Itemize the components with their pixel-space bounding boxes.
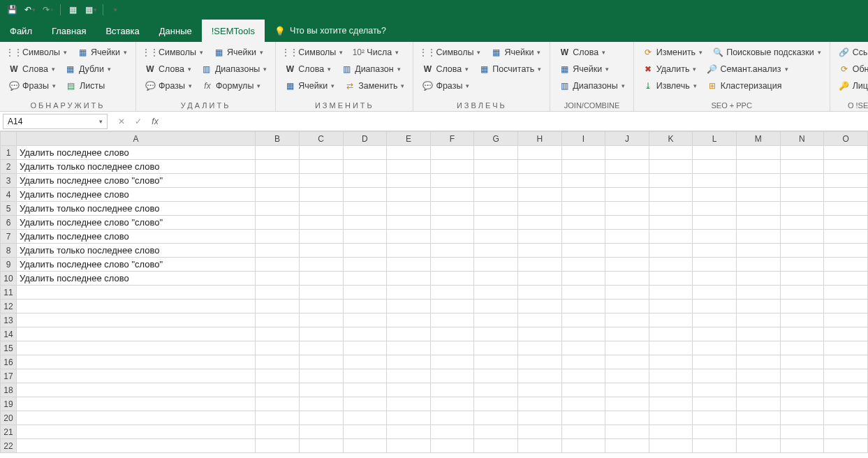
column-header[interactable]: H	[517, 132, 561, 146]
cell[interactable]	[693, 369, 737, 383]
cell[interactable]	[780, 341, 824, 355]
seo-cluster-button[interactable]: ⊞Кластеризация	[704, 78, 785, 94]
delete-ranges-button[interactable]: ▥Диапазоны▾	[198, 61, 270, 77]
cell[interactable]	[430, 286, 474, 300]
cell[interactable]	[16, 397, 255, 411]
cell[interactable]	[693, 174, 737, 188]
cell[interactable]	[649, 230, 693, 244]
cell[interactable]	[824, 202, 868, 216]
cell[interactable]	[824, 286, 868, 300]
cell[interactable]	[561, 258, 605, 272]
cell[interactable]	[693, 341, 737, 355]
cell[interactable]	[299, 355, 343, 369]
cell[interactable]	[474, 216, 518, 230]
cell[interactable]	[693, 411, 737, 425]
cell[interactable]	[343, 397, 387, 411]
cell[interactable]	[561, 146, 605, 160]
cell[interactable]	[693, 313, 737, 327]
cell[interactable]	[780, 397, 824, 411]
cell[interactable]	[474, 258, 518, 272]
cell[interactable]	[387, 383, 431, 397]
column-header[interactable]: L	[693, 132, 737, 146]
cell[interactable]	[605, 327, 649, 341]
cell[interactable]	[736, 202, 780, 216]
cell[interactable]	[299, 397, 343, 411]
cell[interactable]	[605, 355, 649, 369]
column-header[interactable]: M	[736, 132, 780, 146]
cell[interactable]	[387, 327, 431, 341]
cell[interactable]	[605, 397, 649, 411]
cell[interactable]	[387, 286, 431, 300]
cell[interactable]	[430, 188, 474, 202]
cell[interactable]	[561, 202, 605, 216]
cell[interactable]	[299, 425, 343, 439]
cell[interactable]	[605, 341, 649, 355]
cell[interactable]	[430, 300, 474, 313]
cell[interactable]	[693, 160, 737, 174]
row-header[interactable]: 11	[1, 286, 17, 300]
cell[interactable]	[649, 216, 693, 230]
tab-insert[interactable]: Вставка	[96, 20, 149, 42]
cell[interactable]	[430, 439, 474, 453]
cell[interactable]	[561, 369, 605, 383]
cell[interactable]	[517, 174, 561, 188]
cell[interactable]	[474, 327, 518, 341]
cell[interactable]	[256, 202, 300, 216]
cell[interactable]	[693, 216, 737, 230]
cell[interactable]	[430, 160, 474, 174]
cell[interactable]	[299, 174, 343, 188]
cell[interactable]	[16, 327, 255, 341]
cell[interactable]	[824, 230, 868, 244]
cell[interactable]	[693, 383, 737, 397]
extract-cells-button[interactable]: ▦Ячейки▾	[487, 45, 543, 60]
row-header[interactable]: 15	[1, 341, 17, 355]
tell-me-search[interactable]: 💡 Что вы хотите сделать?	[265, 20, 396, 42]
cell[interactable]	[693, 272, 737, 286]
cell[interactable]: Удалить последнее слово	[16, 188, 255, 202]
cell[interactable]	[343, 258, 387, 272]
select-all-corner[interactable]	[1, 132, 17, 146]
cell[interactable]	[256, 188, 300, 202]
change-symbols-button[interactable]: ⋮⋮Символы▾	[281, 45, 346, 60]
cell[interactable]	[256, 369, 300, 383]
cell[interactable]	[16, 341, 255, 355]
cell[interactable]: Удалить последнее слово "слово"	[16, 216, 255, 230]
cell[interactable]	[474, 369, 518, 383]
cell[interactable]	[343, 383, 387, 397]
cell[interactable]	[474, 272, 518, 286]
row-header[interactable]: 17	[1, 369, 17, 383]
cell[interactable]	[256, 355, 300, 369]
row-header[interactable]: 12	[1, 300, 17, 313]
extract-words-button[interactable]: WСлова▾	[419, 61, 471, 77]
row-header[interactable]: 13	[1, 313, 17, 327]
cell[interactable]	[343, 244, 387, 258]
cell[interactable]	[299, 188, 343, 202]
cell[interactable]	[430, 244, 474, 258]
cell[interactable]	[561, 411, 605, 425]
cell[interactable]	[561, 300, 605, 313]
extract-count-button[interactable]: ▦Посчитать▾	[476, 61, 544, 77]
cell[interactable]	[387, 244, 431, 258]
name-box[interactable]: A14 ▾	[3, 114, 108, 129]
cell[interactable]	[387, 369, 431, 383]
cell[interactable]	[649, 425, 693, 439]
cell[interactable]	[693, 355, 737, 369]
cell[interactable]	[16, 369, 255, 383]
cell[interactable]	[16, 300, 255, 313]
change-range-button[interactable]: ▥Диапазон▾	[338, 61, 403, 77]
cell[interactable]	[693, 286, 737, 300]
cell[interactable]	[299, 383, 343, 397]
cell[interactable]	[256, 397, 300, 411]
cell[interactable]	[299, 411, 343, 425]
cell[interactable]	[343, 216, 387, 230]
cell[interactable]	[256, 230, 300, 244]
cell[interactable]	[561, 188, 605, 202]
cell[interactable]	[430, 216, 474, 230]
cell[interactable]	[605, 244, 649, 258]
cell[interactable]	[430, 341, 474, 355]
cell[interactable]	[824, 313, 868, 327]
cell[interactable]	[517, 397, 561, 411]
cell[interactable]	[824, 146, 868, 160]
cell[interactable]	[736, 230, 780, 244]
cell[interactable]	[780, 411, 824, 425]
